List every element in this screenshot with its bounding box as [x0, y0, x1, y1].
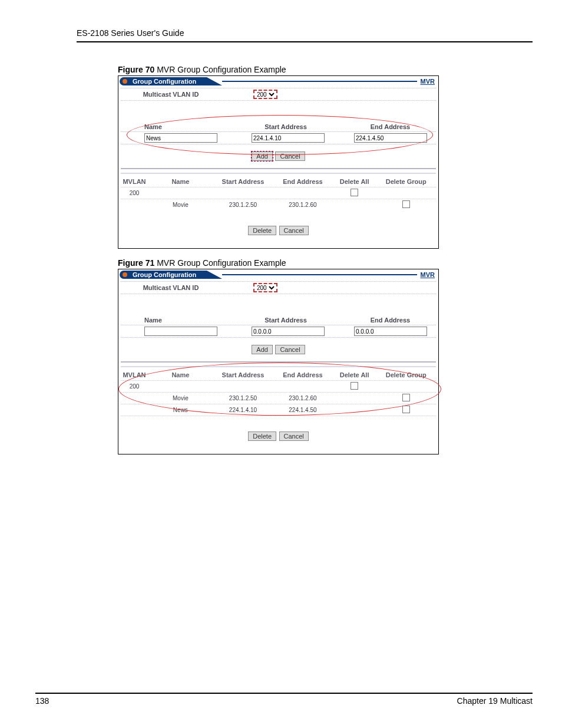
screenshot-figure-70: Group Configuration MVR Multicast VLAN I…: [118, 75, 439, 249]
page-header: ES-2108 Series User's Guide: [77, 28, 533, 42]
input-row: [121, 325, 436, 338]
delete-button[interactable]: Delete: [248, 226, 276, 235]
start-address-label: Start Address: [242, 317, 330, 324]
start-address-input[interactable]: [252, 327, 325, 336]
col-mvlan: MVLAN: [121, 178, 148, 185]
chapter-label: Chapter 19 Multicast: [457, 696, 533, 706]
screenshot-figure-71: Group Configuration MVR Multicast VLAN I…: [118, 269, 439, 454]
col-end: End Address: [273, 178, 332, 185]
page-footer: 138 Chapter 19 Multicast: [35, 693, 533, 706]
orange-dot-icon: [123, 79, 127, 84]
table-row: 200: [121, 187, 436, 199]
name-header-row: Name Start Address End Address: [121, 315, 436, 325]
cell-name: News: [148, 407, 213, 413]
figure-number-71: Figure 71: [118, 258, 154, 268]
table-header: MVLAN Name Start Address End Address Del…: [121, 176, 436, 187]
name-label: Name: [121, 317, 186, 324]
figure-text-70: MVR Group Configuration Example: [154, 65, 286, 74]
table-row: News 224.1.4.10 224.1.4.50: [121, 404, 436, 416]
cell-start: 224.1.4.10: [213, 407, 273, 413]
cell-mvlan: 200: [121, 190, 148, 196]
col-start: Start Address: [213, 371, 273, 378]
cell-start: 230.1.2.50: [213, 395, 273, 401]
title-slope: [207, 77, 222, 85]
cell-start: 230.1.2.50: [213, 202, 273, 208]
mvr-link[interactable]: MVR: [421, 78, 435, 85]
title-slope: [207, 271, 222, 279]
cancel-button[interactable]: Cancel: [275, 345, 305, 354]
col-mvlan: MVLAN: [121, 371, 148, 378]
col-delete-all: Delete All: [333, 178, 376, 185]
cell-delete-all: [333, 382, 376, 391]
end-address-label: End Address: [348, 123, 433, 130]
multicast-vlan-label: Multicast VLAN ID: [121, 284, 221, 291]
cell-name: Movie: [148, 395, 213, 401]
cell-end: 230.1.2.60: [273, 202, 332, 208]
title-bar: Group Configuration MVR: [120, 271, 437, 279]
col-start: Start Address: [213, 178, 273, 185]
name-header-row: Name Start Address End Address: [121, 122, 436, 131]
table-header: MVLAN Name Start Address End Address Del…: [121, 370, 436, 380]
divider: [121, 168, 436, 174]
multicast-vlan-select[interactable]: 200: [253, 283, 277, 292]
delete-cancel-row: Delete Cancel: [121, 210, 436, 241]
cancel-button-2[interactable]: Cancel: [279, 226, 309, 235]
figure-caption-70: Figure 70 MVR Group Configuration Exampl…: [118, 65, 527, 74]
multicast-vlan-select[interactable]: 200: [253, 90, 277, 99]
figure-text-71: MVR Group Configuration Example: [154, 258, 286, 268]
col-end: End Address: [273, 371, 332, 378]
end-address-label: End Address: [348, 317, 433, 324]
multicast-vlan-label: Multicast VLAN ID: [121, 91, 221, 98]
delete-group-checkbox[interactable]: [402, 406, 410, 413]
cancel-button[interactable]: Cancel: [275, 151, 305, 161]
divider: [121, 361, 436, 367]
figure-caption-71: Figure 71 MVR Group Configuration Exampl…: [118, 258, 527, 268]
input-row: [121, 131, 436, 144]
col-delete-all: Delete All: [333, 371, 376, 378]
add-cancel-row: Add Cancel: [121, 338, 436, 360]
end-address-input[interactable]: [354, 327, 427, 336]
name-input[interactable]: [144, 327, 217, 336]
title-text: Group Configuration: [130, 77, 207, 85]
delete-cancel-row: Delete Cancel: [121, 416, 436, 447]
name-input[interactable]: [144, 133, 217, 143]
title-line: [222, 274, 416, 275]
orange-dot-icon: [123, 272, 127, 277]
table-row: Movie 230.1.2.50 230.1.2.60: [121, 392, 436, 404]
col-name: Name: [148, 371, 213, 378]
delete-group-checkbox[interactable]: [402, 394, 410, 401]
cancel-button-2[interactable]: Cancel: [279, 431, 309, 441]
delete-button[interactable]: Delete: [248, 431, 276, 441]
title-bar: Group Configuration MVR: [120, 77, 437, 85]
cell-end: 230.1.2.60: [273, 395, 332, 401]
delete-all-checkbox[interactable]: [351, 382, 358, 390]
title-line: [222, 81, 416, 82]
multicast-vlan-row: Multicast VLAN ID 200: [121, 281, 436, 294]
add-button[interactable]: Add: [252, 151, 273, 161]
mvr-link[interactable]: MVR: [421, 271, 435, 278]
cell-mvlan: 200: [121, 383, 148, 390]
cell-name: Movie: [148, 202, 213, 208]
col-delete-group: Delete Group: [376, 178, 436, 185]
add-button[interactable]: Add: [252, 345, 273, 354]
cell-delete-group: [376, 394, 436, 403]
figure-number-70: Figure 70: [118, 65, 154, 74]
add-cancel-row: Add Cancel: [121, 144, 436, 167]
end-address-input[interactable]: [354, 133, 427, 143]
delete-all-checkbox[interactable]: [351, 189, 358, 196]
multicast-vlan-row: Multicast VLAN ID 200: [121, 88, 436, 101]
title-cap-icon: [120, 77, 130, 85]
table-row: Movie 230.1.2.50 230.1.2.60: [121, 199, 436, 210]
cell-end: 224.1.4.50: [273, 407, 332, 413]
name-label: Name: [121, 123, 186, 130]
start-address-label: Start Address: [242, 123, 330, 130]
start-address-input[interactable]: [252, 133, 325, 143]
title-text: Group Configuration: [130, 271, 207, 279]
delete-group-checkbox[interactable]: [402, 200, 410, 208]
cell-delete-group: [376, 406, 436, 414]
cell-delete-group: [376, 200, 436, 209]
table-row: 200: [121, 380, 436, 392]
page-number: 138: [35, 696, 49, 706]
col-delete-group: Delete Group: [376, 371, 436, 378]
col-name: Name: [148, 178, 213, 185]
